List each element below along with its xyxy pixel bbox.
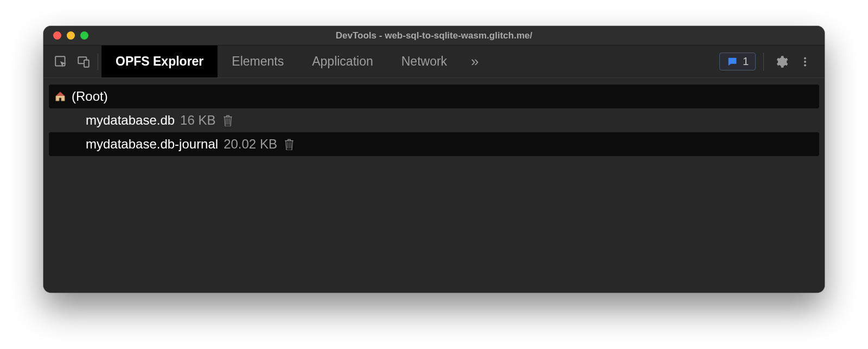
- settings-button[interactable]: [771, 52, 791, 72]
- tab-label: Application: [312, 54, 373, 69]
- inspect-element-icon[interactable]: [51, 52, 71, 72]
- file-size: 20.02 KB: [224, 137, 277, 152]
- tab-network[interactable]: Network: [387, 46, 461, 77]
- issues-count: 1: [743, 55, 749, 68]
- file-name: mydatabase.db-journal: [86, 137, 218, 152]
- issues-icon: [726, 56, 738, 68]
- root-label: (Root): [72, 89, 108, 104]
- more-tabs-button[interactable]: »: [461, 53, 488, 70]
- close-window-button[interactable]: [53, 31, 61, 40]
- tab-label: Elements: [232, 54, 284, 69]
- delete-file-button[interactable]: [284, 138, 295, 150]
- tab-label: Network: [401, 54, 447, 69]
- window-title: DevTools - web-sql-to-sqlite-wasm.glitch…: [43, 30, 825, 41]
- tab-application[interactable]: Application: [298, 46, 387, 77]
- delete-file-button[interactable]: [222, 114, 233, 126]
- issues-button[interactable]: 1: [719, 53, 756, 70]
- tab-opfs-explorer[interactable]: OPFS Explorer: [101, 46, 218, 77]
- svg-rect-2: [84, 60, 89, 67]
- file-row[interactable]: mydatabase.db-journal 20.02 KB: [49, 132, 819, 156]
- minimize-window-button[interactable]: [67, 31, 75, 40]
- svg-point-5: [804, 64, 806, 66]
- more-options-button[interactable]: [795, 52, 815, 72]
- kebab-icon: [799, 56, 811, 68]
- trash-icon: [222, 114, 233, 126]
- devtools-window: DevTools - web-sql-to-sqlite-wasm.glitch…: [43, 26, 825, 293]
- device-toolbar-icon[interactable]: [74, 52, 93, 72]
- opfs-tree-panel: (Root) mydatabase.db 16 KB mydatabase.db…: [43, 78, 825, 293]
- devtools-toolbar: OPFS Explorer Elements Application Netwo…: [43, 46, 825, 78]
- gear-icon: [774, 55, 788, 69]
- file-name: mydatabase.db: [86, 113, 175, 128]
- titlebar: DevTools - web-sql-to-sqlite-wasm.glitch…: [43, 26, 825, 46]
- tree-root-row[interactable]: (Root): [49, 85, 819, 108]
- panel-tabs: OPFS Explorer Elements Application Netwo…: [101, 46, 461, 77]
- tab-label: OPFS Explorer: [116, 54, 203, 69]
- file-size: 16 KB: [180, 113, 215, 128]
- zoom-window-button[interactable]: [80, 31, 88, 40]
- file-row[interactable]: mydatabase.db 16 KB: [49, 108, 819, 132]
- home-icon: [52, 90, 68, 103]
- svg-point-3: [804, 57, 806, 59]
- tab-elements[interactable]: Elements: [218, 46, 298, 77]
- window-controls: [43, 31, 88, 40]
- more-label: »: [471, 53, 478, 70]
- toolbar-divider: [98, 54, 98, 70]
- svg-point-4: [804, 60, 806, 62]
- toolbar-divider: [763, 53, 764, 71]
- trash-icon: [284, 138, 295, 150]
